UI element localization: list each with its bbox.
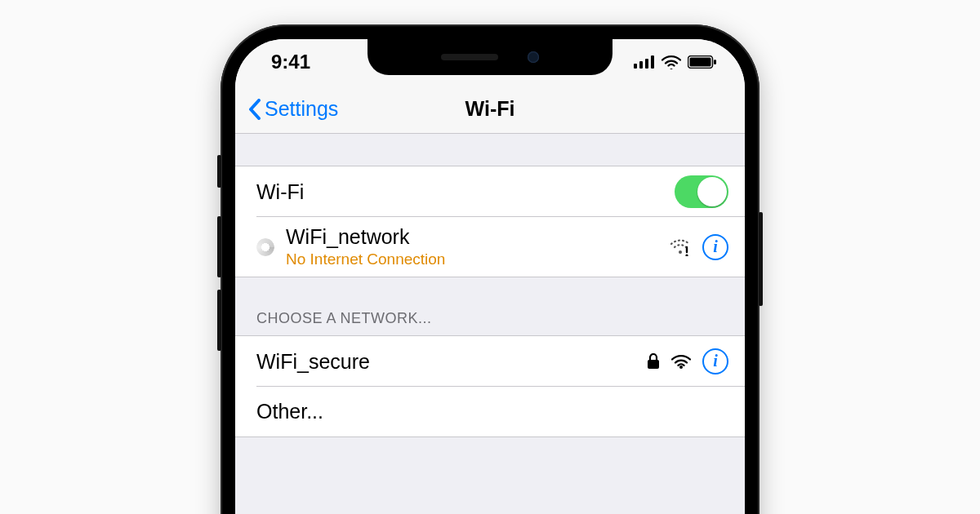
wifi-toggle[interactable] bbox=[675, 175, 728, 208]
front-camera bbox=[528, 51, 539, 63]
section-spacer bbox=[235, 134, 745, 166]
mute-switch bbox=[217, 155, 221, 188]
wifi-toggle-row: Wi-Fi bbox=[235, 166, 745, 217]
other-network-row[interactable]: Other... bbox=[235, 387, 745, 437]
network-row[interactable]: WiFi_secure i bbox=[235, 336, 745, 387]
svg-rect-9 bbox=[648, 360, 659, 369]
svg-rect-5 bbox=[690, 58, 711, 67]
svg-rect-6 bbox=[714, 60, 716, 64]
svg-rect-0 bbox=[634, 64, 637, 69]
svg-point-7 bbox=[679, 250, 682, 254]
other-network-label: Other... bbox=[256, 400, 728, 423]
current-network-status: No Internet Connection bbox=[286, 250, 670, 268]
wifi-toggle-label: Wi-Fi bbox=[256, 180, 675, 204]
current-network-name: WiFi_network bbox=[286, 225, 670, 249]
status-time: 9:41 bbox=[271, 51, 310, 73]
networks-section-header: CHOOSE A NETWORK... bbox=[235, 277, 745, 336]
battery-icon bbox=[688, 55, 717, 69]
volume-down-button bbox=[217, 290, 221, 351]
info-button[interactable]: i bbox=[702, 348, 728, 374]
iphone-bezel: 9:41 bbox=[227, 31, 753, 514]
volume-up-button bbox=[217, 216, 221, 277]
svg-point-8 bbox=[685, 254, 688, 256]
side-button bbox=[759, 212, 763, 306]
svg-rect-3 bbox=[651, 55, 654, 69]
nav-bar: Settings Wi-Fi bbox=[235, 85, 745, 134]
screen: 9:41 bbox=[235, 39, 745, 514]
toggle-knob bbox=[697, 177, 727, 206]
svg-rect-1 bbox=[639, 61, 643, 69]
iphone-frame: 9:41 bbox=[220, 24, 760, 514]
back-label: Settings bbox=[265, 97, 338, 121]
info-button[interactable]: i bbox=[702, 234, 728, 260]
network-name: WiFi_secure bbox=[256, 350, 647, 374]
svg-point-10 bbox=[679, 366, 683, 369]
chevron-left-icon bbox=[248, 99, 261, 120]
spinner-icon bbox=[256, 238, 274, 256]
wifi-warning-icon bbox=[670, 238, 691, 256]
lock-icon bbox=[647, 353, 660, 370]
notch bbox=[368, 39, 612, 75]
speaker-grille bbox=[441, 54, 498, 60]
back-button[interactable]: Settings bbox=[248, 97, 338, 121]
current-network-row[interactable]: WiFi_network No Internet Connection i bbox=[235, 217, 745, 277]
svg-rect-2 bbox=[645, 59, 648, 69]
wifi-signal-icon bbox=[671, 354, 691, 369]
cellular-icon bbox=[634, 55, 655, 69]
status-right bbox=[634, 55, 717, 69]
page-title: Wi-Fi bbox=[466, 97, 515, 121]
wifi-icon bbox=[662, 55, 681, 69]
